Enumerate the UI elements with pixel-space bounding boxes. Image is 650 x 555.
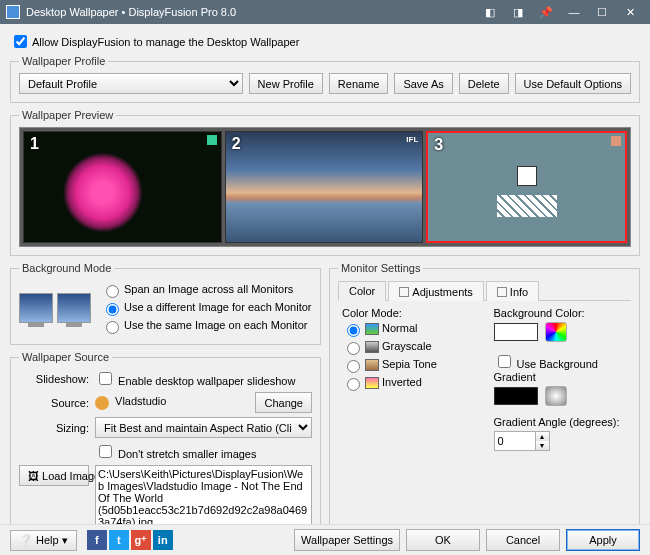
linkedin-icon[interactable]: in — [153, 530, 173, 550]
titlebar: Desktop Wallpaper • DisplayFusion Pro 8.… — [0, 0, 650, 24]
preview-monitor-1[interactable]: 1 — [23, 131, 222, 243]
sizing-select[interactable]: Fit Best and maintain Aspect Ratio (Clip… — [95, 417, 312, 438]
preview-monitor-3[interactable]: 3 — [426, 131, 627, 243]
monitor-badge-icon — [207, 135, 217, 145]
source-label: Source: — [19, 397, 89, 409]
bgmode-legend: Background Mode — [19, 262, 114, 274]
facebook-icon[interactable]: f — [87, 530, 107, 550]
sizing-label: Sizing: — [19, 422, 89, 434]
allow-manage-row: Allow DisplayFusion to manage the Deskto… — [10, 32, 640, 51]
monitor-badge-text: IFL — [406, 135, 418, 145]
monitor-settings-fieldset: Monitor Settings Color Adjustments Info … — [329, 262, 640, 550]
bg-color-label: Background Color: — [494, 307, 628, 319]
maximize-button[interactable]: ☐ — [588, 2, 616, 22]
bgmode-same[interactable]: Use the same Image on each Monitor — [101, 318, 312, 334]
tab-icon — [497, 287, 507, 297]
change-source-button[interactable]: Change — [255, 392, 312, 413]
monitor-badge-icon — [611, 136, 621, 146]
ok-button[interactable]: OK — [406, 529, 480, 551]
wallpaper-settings-button[interactable]: Wallpaper Settings — [294, 529, 400, 551]
use-gradient-checkbox[interactable] — [498, 355, 511, 368]
source-legend: Wallpaper Source — [19, 351, 112, 363]
twitter-icon[interactable]: t — [109, 530, 129, 550]
titlebar-btn-1[interactable]: ◧ — [476, 2, 504, 22]
color-mode-label: Color Mode: — [342, 307, 476, 319]
load-image-button[interactable]: 🖼 Load Image — [19, 465, 89, 486]
social-links: f t g⁺ in — [87, 530, 173, 550]
bg-color-swatch[interactable] — [494, 323, 538, 341]
tab-info[interactable]: Info — [486, 281, 539, 301]
footer: ❔ Help ▾ f t g⁺ in Wallpaper Settings OK… — [0, 524, 650, 555]
help-button[interactable]: ❔ Help ▾ — [10, 530, 77, 551]
grayscale-icon — [365, 341, 379, 353]
cancel-button[interactable]: Cancel — [486, 529, 560, 551]
gradient-angle-spinner[interactable]: ▲ ▼ — [494, 431, 550, 451]
cm-inverted[interactable]: Inverted — [342, 375, 476, 391]
slideshow-checkbox[interactable] — [99, 372, 112, 385]
source-value: Vladstudio — [95, 395, 249, 409]
gradient-angle-input[interactable] — [495, 432, 535, 450]
titlebar-btn-2[interactable]: ◨ — [504, 2, 532, 22]
close-button[interactable]: ✕ — [616, 2, 644, 22]
gradient-picker-button[interactable] — [545, 386, 567, 406]
minimize-button[interactable]: — — [560, 2, 588, 22]
tab-color[interactable]: Color — [338, 281, 386, 301]
googleplus-icon[interactable]: g⁺ — [131, 530, 151, 550]
gradient-angle-label: Gradient Angle (degrees): — [494, 416, 628, 428]
app-icon — [6, 5, 20, 19]
monitor-thumb-icon — [57, 293, 91, 323]
new-profile-button[interactable]: New Profile — [249, 73, 323, 94]
dont-stretch-label: Don't stretch smaller images — [118, 448, 256, 460]
rename-button[interactable]: Rename — [329, 73, 389, 94]
cm-normal[interactable]: Normal — [342, 321, 476, 337]
saveas-button[interactable]: Save As — [394, 73, 452, 94]
vladstudio-icon — [95, 396, 109, 410]
tab-adjustments[interactable]: Adjustments — [388, 281, 484, 301]
chevron-down-icon: ▾ — [62, 534, 68, 546]
slideshow-label: Slideshow: — [19, 373, 89, 385]
cm-sepia[interactable]: Sepia Tone — [342, 357, 476, 373]
apply-button[interactable]: Apply — [566, 529, 640, 551]
bgmode-fieldset: Background Mode Span an Image across all… — [10, 262, 321, 345]
spinner-up[interactable]: ▲ — [535, 432, 549, 441]
tabs: Color Adjustments Info — [338, 280, 631, 301]
profile-legend: Wallpaper Profile — [19, 55, 108, 67]
slideshow-checkbox-label: Enable desktop wallpaper slideshow — [118, 375, 295, 387]
monitor-settings-legend: Monitor Settings — [338, 262, 423, 274]
profile-select[interactable]: Default Profile — [19, 73, 243, 94]
bgmode-thumbs — [19, 293, 91, 323]
preview-area: 1 2 IFL 3 — [19, 127, 631, 247]
use-defaults-button[interactable]: Use Default Options — [515, 73, 631, 94]
bgmode-diff[interactable]: Use a different Image for each Monitor — [101, 300, 312, 316]
preview-monitor-2[interactable]: 2 IFL — [225, 131, 424, 243]
spinner-down[interactable]: ▼ — [535, 441, 549, 450]
inverted-icon — [365, 377, 379, 389]
allow-manage-checkbox[interactable] — [14, 35, 27, 48]
image-icon: 🖼 — [28, 470, 39, 482]
preview-legend: Wallpaper Preview — [19, 109, 116, 121]
tab-icon — [399, 287, 409, 297]
profile-fieldset: Wallpaper Profile Default Profile New Pr… — [10, 55, 640, 103]
titlebar-pin-icon[interactable]: 📌 — [532, 2, 560, 22]
color-picker-button[interactable] — [545, 322, 567, 342]
help-icon: ❔ — [19, 534, 33, 546]
normal-icon — [365, 323, 379, 335]
allow-manage-label: Allow DisplayFusion to manage the Deskto… — [32, 36, 299, 48]
monitor-thumb-icon — [19, 293, 53, 323]
sepia-icon — [365, 359, 379, 371]
window-title: Desktop Wallpaper • DisplayFusion Pro 8.… — [26, 6, 476, 18]
gradient-color-swatch[interactable] — [494, 387, 538, 405]
delete-button[interactable]: Delete — [459, 73, 509, 94]
preview-fieldset: Wallpaper Preview 1 2 IFL 3 — [10, 109, 640, 256]
source-fieldset: Wallpaper Source Slideshow: Enable deskt… — [10, 351, 321, 544]
cm-grayscale[interactable]: Grayscale — [342, 339, 476, 355]
bgmode-span[interactable]: Span an Image across all Monitors — [101, 282, 312, 298]
dont-stretch-checkbox[interactable] — [99, 445, 112, 458]
